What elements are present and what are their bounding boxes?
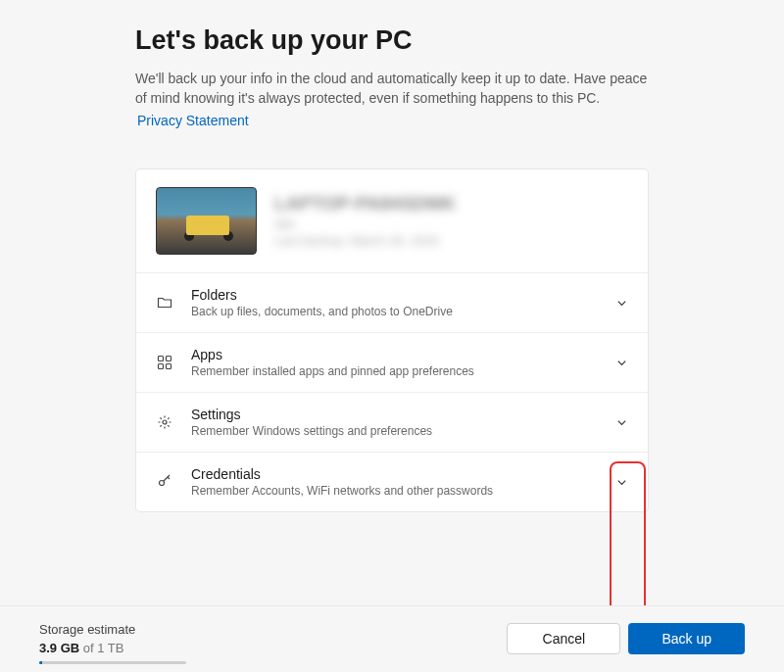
storage-label: Storage estimate	[39, 622, 186, 637]
section-description: Remember installed apps and pinned app p…	[191, 364, 597, 378]
section-title: Apps	[191, 347, 597, 362]
key-icon	[156, 473, 173, 491]
section-settings[interactable]: Settings Remember Windows settings and p…	[136, 392, 648, 452]
storage-estimate: Storage estimate 3.9 GB of 1 TB	[39, 622, 186, 664]
storage-progress-bar	[39, 661, 186, 664]
chevron-down-icon	[614, 356, 628, 369]
storage-used: 3.9 GB	[39, 641, 79, 655]
section-description: Back up files, documents, and photos to …	[191, 305, 597, 318]
storage-progress-fill	[39, 661, 42, 664]
folder-icon	[156, 294, 173, 312]
svg-rect-2	[159, 364, 164, 369]
backup-card: LAPTOP-PA84SDMK Idle Last backup: March …	[135, 168, 649, 512]
section-credentials[interactable]: Credentials Remember Accounts, WiFi netw…	[136, 452, 648, 511]
device-info: LAPTOP-PA84SDMK Idle Last backup: March …	[274, 193, 628, 250]
section-description: Remember Windows settings and preference…	[191, 424, 597, 438]
page-title: Let's back up your PC	[135, 25, 649, 56]
apps-icon	[156, 354, 173, 371]
gear-icon	[156, 413, 173, 431]
storage-total: of 1 TB	[79, 641, 123, 655]
section-title: Settings	[191, 407, 597, 422]
svg-rect-1	[167, 357, 172, 361]
device-last-backup: Last backup: March 28, 2024	[274, 233, 628, 250]
page-description: We'll back up your info in the cloud and…	[135, 70, 649, 108]
section-title: Credentials	[191, 466, 597, 482]
device-status: Idle	[274, 216, 628, 233]
svg-point-5	[160, 481, 165, 486]
section-description: Remember Accounts, WiFi networks and oth…	[191, 484, 597, 498]
privacy-statement-link[interactable]: Privacy Statement	[137, 113, 249, 128]
chevron-down-icon	[614, 296, 628, 310]
footer-bar: Storage estimate 3.9 GB of 1 TB Cancel B…	[0, 605, 784, 672]
svg-rect-0	[159, 357, 164, 361]
section-apps[interactable]: Apps Remember installed apps and pinned …	[136, 332, 648, 392]
cancel-button[interactable]: Cancel	[507, 623, 620, 654]
section-title: Folders	[191, 287, 597, 303]
device-thumbnail	[156, 187, 257, 255]
device-name: LAPTOP-PA84SDMK	[274, 193, 628, 215]
chevron-down-icon	[614, 415, 628, 429]
backup-button[interactable]: Back up	[628, 623, 745, 654]
svg-point-4	[163, 420, 167, 424]
svg-rect-3	[167, 364, 172, 369]
section-folders[interactable]: Folders Back up files, documents, and ph…	[136, 272, 648, 332]
device-header: LAPTOP-PA84SDMK Idle Last backup: March …	[136, 169, 648, 272]
chevron-down-icon	[614, 475, 628, 489]
